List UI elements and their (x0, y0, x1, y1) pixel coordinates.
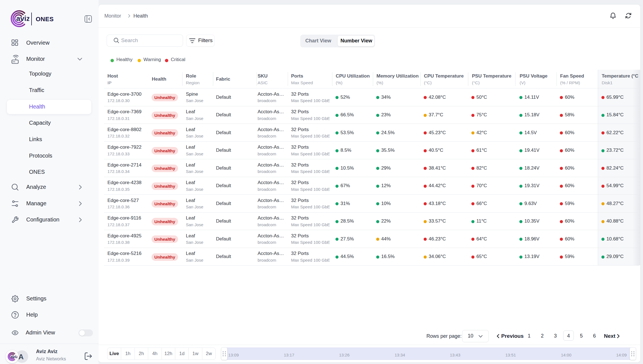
svg-text:aviz: aviz (11, 355, 17, 359)
svg-text:aviz: aviz (16, 14, 29, 23)
